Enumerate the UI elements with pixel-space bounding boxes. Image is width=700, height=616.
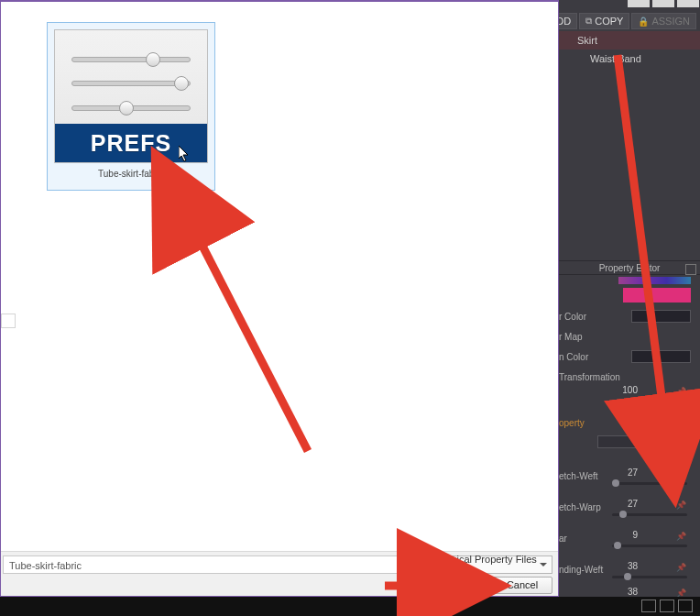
layer-label: Skirt bbox=[577, 35, 597, 46]
window-titlebar bbox=[559, 0, 700, 9]
dialog-bottom-strip: Tube-skirt-fabric Physical Property File… bbox=[1, 551, 558, 596]
file-open-dialog: PREFS Tube-skirt-fabric Tube-skirt-fabri… bbox=[0, 0, 559, 597]
pin-icon[interactable] bbox=[676, 385, 687, 396]
assign-button-label: ASSIGN bbox=[651, 16, 690, 27]
prop-label-transformation: Transformation bbox=[559, 372, 700, 382]
property-editor-title: Property Editor bbox=[559, 260, 700, 275]
side-strip bbox=[1, 2, 19, 551]
pin-icon[interactable] bbox=[676, 561, 687, 572]
copy-icon: ⧉ bbox=[585, 16, 592, 27]
prop-value-color[interactable] bbox=[631, 310, 691, 323]
file-type-select[interactable]: Physical Property Files (*.PSP) bbox=[428, 556, 552, 574]
slider-label: etch-Weft bbox=[559, 471, 598, 481]
slider-value: 38 bbox=[628, 561, 638, 571]
file-item[interactable]: PREFS Tube-skirt-fabric bbox=[47, 22, 215, 191]
transformation-slider[interactable]: 100 bbox=[559, 385, 691, 412]
preset-select[interactable] bbox=[597, 435, 660, 448]
save-preset-button[interactable] bbox=[678, 435, 691, 448]
slider-label: ar bbox=[559, 534, 567, 544]
status-bar bbox=[0, 597, 700, 616]
layer-label: Waist Band bbox=[590, 53, 641, 64]
window-minimize-button[interactable] bbox=[628, 0, 650, 7]
pin-icon[interactable] bbox=[676, 499, 687, 510]
assign-button[interactable]: 🔒ASSIGN bbox=[631, 13, 696, 29]
slider-bending-weft[interactable]: nding-Weft 38 bbox=[559, 561, 691, 588]
slider-value: 100 bbox=[622, 385, 638, 395]
slider-value: 27 bbox=[628, 499, 638, 509]
status-button-3[interactable] bbox=[678, 600, 693, 612]
layer-row[interactable]: Skirt bbox=[559, 31, 700, 50]
layer-list: Skirt Waist Band bbox=[559, 31, 700, 68]
prop-label-map: r Map bbox=[559, 332, 700, 342]
file-item-label: Tube-skirt-fabric bbox=[54, 169, 208, 179]
slider-label: nding-Weft bbox=[559, 565, 603, 575]
side-strip-box bbox=[1, 314, 16, 328]
slider-label: etch-Warp bbox=[559, 502, 601, 512]
window-maximize-button[interactable] bbox=[652, 0, 674, 7]
filename-dropdown-button[interactable] bbox=[410, 556, 422, 574]
open-preset-button[interactable] bbox=[663, 435, 676, 448]
slider-stretch-weft[interactable]: etch-Weft 27 bbox=[559, 468, 691, 495]
slider-stretch-warp[interactable]: etch-Warp 27 bbox=[559, 499, 691, 526]
status-button-2[interactable] bbox=[660, 600, 674, 612]
slider-value: 27 bbox=[628, 468, 638, 478]
pin-icon[interactable] bbox=[676, 468, 687, 478]
window-close-button[interactable] bbox=[677, 0, 699, 7]
texture-preview[interactable] bbox=[618, 277, 691, 284]
lock-icon: 🔒 bbox=[638, 16, 649, 27]
slider-value: 9 bbox=[632, 530, 638, 540]
filename-input[interactable]: Tube-skirt-fabric bbox=[3, 556, 415, 574]
right-panel: +ADD ⧉COPY 🔒ASSIGN Skirt Waist Band Prop… bbox=[559, 0, 700, 597]
cursor-icon bbox=[179, 146, 190, 162]
file-type-label: Physical Property Files (*.PSP) bbox=[434, 554, 537, 576]
slider-shear[interactable]: ar 9 bbox=[559, 530, 691, 557]
physical-property-section: operty bbox=[559, 418, 700, 433]
open-button[interactable]: Open bbox=[428, 577, 488, 594]
status-button-1[interactable] bbox=[641, 600, 656, 612]
pin-icon[interactable] bbox=[676, 530, 687, 541]
layer-actions: +ADD ⧉COPY 🔒ASSIGN bbox=[535, 13, 696, 29]
prop-value-ncolor[interactable] bbox=[631, 350, 691, 363]
copy-button[interactable]: ⧉COPY bbox=[579, 13, 629, 29]
slider-value: 38 bbox=[628, 587, 638, 597]
file-list-pane: PREFS Tube-skirt-fabric bbox=[1, 2, 558, 551]
copy-button-label: COPY bbox=[595, 16, 623, 27]
layer-row[interactable]: Waist Band bbox=[559, 50, 700, 68]
file-thumbnail: PREFS bbox=[54, 29, 208, 163]
color-swatch[interactable] bbox=[623, 288, 691, 302]
sliders-icon bbox=[55, 39, 207, 126]
cancel-button[interactable]: Cancel bbox=[492, 577, 552, 594]
